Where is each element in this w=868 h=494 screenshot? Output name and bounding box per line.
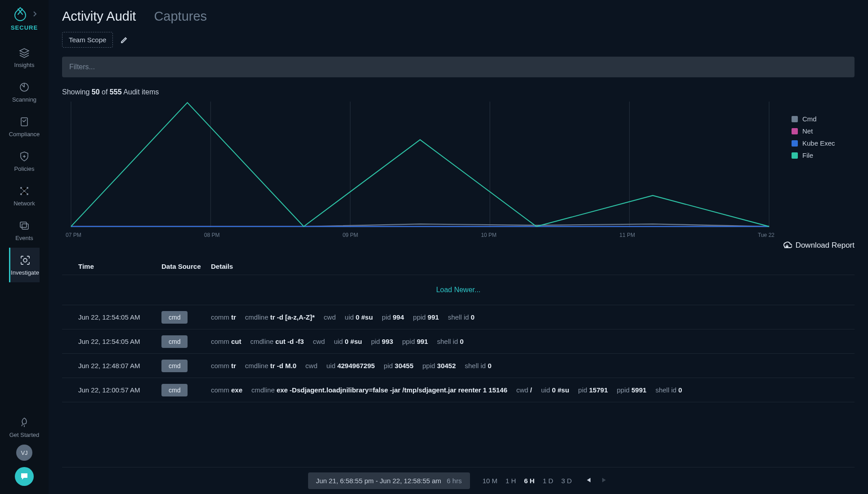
sidebar-label: Network — [13, 200, 35, 207]
row-time: Jun 22, 12:00:57 AM — [78, 386, 161, 394]
row-source: cmd — [161, 386, 211, 394]
sidebar: SECURE InsightsScanningCompliancePolicie… — [0, 0, 49, 494]
row-source: cmd — [161, 338, 211, 345]
svg-point-9 — [23, 258, 27, 262]
range-option-3d[interactable]: 3 D — [561, 477, 572, 485]
cloud-download-icon — [782, 241, 792, 249]
x-tick: Tue 22 — [758, 232, 774, 238]
legend-item-file[interactable]: File — [792, 151, 855, 159]
range-option-6h[interactable]: 6 H — [524, 477, 534, 485]
legend-swatch — [792, 116, 798, 122]
detail-pair: uid 0 #su — [334, 338, 362, 345]
detail-pair: comm tr — [211, 362, 236, 369]
timebar: Jun 21, 6:58:55 pm - Jun 22, 12:58:55 am… — [62, 467, 855, 494]
legend-item-cmd[interactable]: Cmd — [792, 115, 855, 123]
download-report-button[interactable]: Download Report — [782, 241, 855, 250]
sidebar-item-compliance[interactable]: Compliance — [9, 109, 40, 144]
rocket-icon — [18, 416, 31, 429]
time-range-display[interactable]: Jun 21, 6:58:55 pm - Jun 22, 12:58:55 am… — [308, 472, 470, 489]
row-time: Jun 22, 12:54:05 AM — [78, 338, 161, 345]
activity-chart[interactable]: 07 PM08 PM09 PM10 PM11 PMTue 22 — [62, 102, 778, 227]
row-time: Jun 22, 12:48:07 AM — [78, 362, 161, 369]
results-summary: Showing 50 of 555 Audit items — [62, 88, 855, 96]
pencil-icon[interactable] — [120, 36, 128, 44]
detail-pair: uid 4294967295 — [327, 362, 375, 369]
time-next-button[interactable] — [600, 477, 608, 485]
svg-rect-8 — [22, 224, 28, 229]
x-tick: 09 PM — [343, 232, 358, 238]
sidebar-item-scanning[interactable]: Scanning — [9, 75, 40, 109]
detail-pair: cwd — [324, 313, 336, 321]
range-option-10m[interactable]: 10 M — [483, 477, 497, 485]
range-option-1h[interactable]: 1 H — [506, 477, 516, 485]
source-badge: cmd — [161, 384, 188, 396]
col-details: Details — [211, 263, 838, 270]
sidebar-label: Insights — [14, 62, 35, 68]
tab-captures[interactable]: Captures — [154, 9, 207, 24]
tab-activity-audit[interactable]: Activity Audit — [62, 9, 136, 24]
table-row[interactable]: Jun 22, 12:54:05 AMcmdcomm cutcmdline cu… — [62, 329, 855, 354]
scope-row: Team Scope — [62, 32, 855, 48]
detail-pair: cmdline exe -Dsdjagent.loadjnilibrary=fa… — [251, 386, 507, 394]
detail-pair: comm exe — [211, 386, 242, 394]
detail-pair: shell id 0 — [437, 338, 464, 345]
x-tick: 11 PM — [619, 232, 635, 238]
logo-icon — [12, 5, 29, 22]
legend-swatch — [792, 128, 798, 134]
x-tick: 10 PM — [481, 232, 497, 238]
sidebar-item-events[interactable]: Events — [9, 213, 40, 248]
chart-area: 07 PM08 PM09 PM10 PM11 PMTue 22 CmdNetKu… — [62, 102, 855, 227]
sidebar-label: Scanning — [12, 96, 36, 103]
row-details: comm cutcmdline cut -d -f3cwd uid 0 #sup… — [211, 338, 838, 345]
detail-pair: uid 0 #su — [345, 313, 373, 321]
detail-pair: cmdline tr -d M.0 — [245, 362, 296, 369]
team-scope-chip[interactable]: Team Scope — [62, 32, 113, 48]
detail-pair: cwd — [305, 362, 318, 369]
row-source: cmd — [161, 313, 211, 321]
source-badge: cmd — [161, 360, 188, 372]
filters-input[interactable] — [69, 63, 847, 71]
detail-pair: cwd — [313, 338, 325, 345]
chevron-right-icon[interactable] — [32, 11, 37, 17]
source-badge: cmd — [161, 311, 188, 324]
sidebar-item-network[interactable]: Network — [9, 178, 40, 213]
legend-swatch — [792, 140, 798, 147]
filters-bar[interactable] — [62, 57, 855, 77]
chat-fab[interactable] — [15, 467, 34, 486]
detail-pair: pid 30455 — [384, 362, 413, 369]
scanning-icon — [18, 81, 31, 93]
sidebar-item-investigate[interactable]: Investigate — [9, 248, 40, 282]
network-icon — [18, 185, 31, 197]
sidebar-label: Events — [15, 235, 33, 241]
legend-item-kube-exec[interactable]: Kube Exec — [792, 139, 855, 147]
detail-pair: comm tr — [211, 313, 236, 321]
range-option-1d[interactable]: 1 D — [543, 477, 553, 485]
policies-icon — [18, 150, 31, 163]
detail-pair: cmdline tr -d [a-z,A-Z]* — [245, 313, 315, 321]
table-row[interactable]: Jun 22, 12:48:07 AMcmdcomm trcmdline tr … — [62, 354, 855, 378]
chat-icon — [19, 472, 29, 481]
row-details: comm trcmdline tr -d [a-z,A-Z]*cwd uid 0… — [211, 313, 838, 321]
avatar[interactable]: VJ — [16, 445, 32, 461]
load-newer-link[interactable]: Load Newer... — [62, 275, 855, 305]
detail-pair: pid 15791 — [578, 386, 608, 394]
col-src: Data Source — [161, 263, 211, 270]
time-nav — [584, 477, 608, 485]
table-row[interactable]: Jun 22, 12:54:05 AMcmdcomm trcmdline tr … — [62, 305, 855, 329]
detail-pair: ppid 991 — [402, 338, 428, 345]
time-prev-button[interactable] — [584, 477, 592, 485]
sidebar-item-get-started[interactable]: Get Started — [0, 410, 49, 445]
row-time: Jun 22, 12:54:05 AM — [78, 313, 161, 321]
row-source: cmd — [161, 362, 211, 369]
sidebar-item-policies[interactable]: Policies — [9, 144, 40, 178]
detail-pair: comm cut — [211, 338, 242, 345]
detail-pair: ppid 30452 — [422, 362, 456, 369]
x-tick: 07 PM — [66, 232, 81, 238]
legend-item-net[interactable]: Net — [792, 127, 855, 135]
table-header: Time Data Source Details — [62, 258, 855, 275]
table-row[interactable]: Jun 22, 12:00:57 AMcmdcomm execmdline ex… — [62, 378, 855, 402]
legend-swatch — [792, 152, 798, 159]
insights-icon — [18, 46, 31, 59]
sidebar-item-insights[interactable]: Insights — [9, 40, 40, 75]
brand-label: SECURE — [11, 24, 38, 31]
